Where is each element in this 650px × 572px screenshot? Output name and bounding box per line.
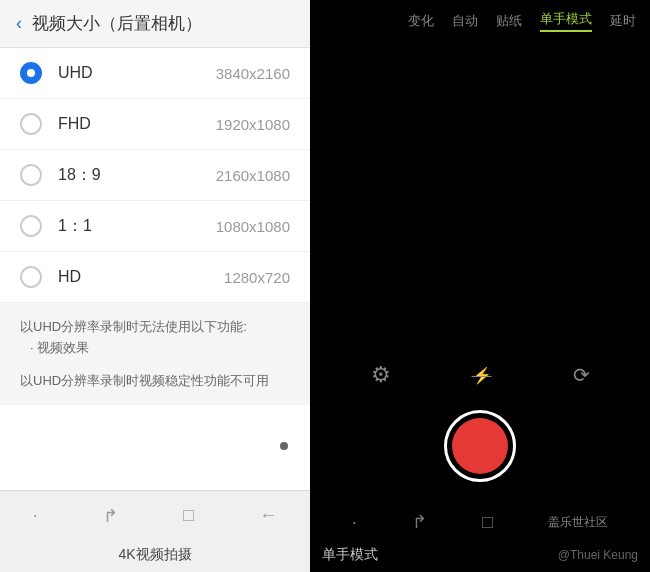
option-fhd-label: FHD: [58, 115, 216, 133]
notice-text-2: 以UHD分辨率录制时视频稳定性功能不可用: [20, 371, 290, 392]
radio-uhd[interactable]: [20, 62, 42, 84]
brand-watermark: 盖乐世社区: [548, 514, 608, 531]
option-18-9-label: 18：9: [58, 165, 216, 186]
right-nav-home-icon[interactable]: □: [482, 512, 493, 533]
camera-controls: ⚙ ⚡ ⟳: [310, 350, 650, 400]
camera-viewfinder: [310, 40, 650, 350]
left-caption: 4K视频拍摄: [0, 540, 310, 572]
tab-change[interactable]: 变化: [408, 12, 434, 30]
shutter-area: [310, 400, 650, 498]
notice-text-indent: · 视频效果: [30, 338, 290, 359]
radio-fhd[interactable]: [20, 113, 42, 135]
back-button[interactable]: ‹: [16, 13, 22, 34]
shutter-button[interactable]: [452, 418, 508, 474]
left-nav-bar: · ↱ □ ←: [0, 490, 310, 540]
right-caption: 单手模式 @Thuei Keung: [310, 542, 650, 572]
right-nav-dot-icon[interactable]: ·: [352, 512, 357, 533]
option-18-9[interactable]: 18：9 2160x1080: [0, 150, 310, 201]
shutter-dot-left: [280, 442, 288, 450]
option-fhd-resolution: 1920x1080: [216, 116, 290, 133]
shutter-ring: [444, 410, 516, 482]
right-caption-watermark: @Thuei Keung: [558, 548, 638, 562]
left-header: ‹ 视频大小（后置相机）: [0, 0, 310, 48]
radio-18-9[interactable]: [20, 164, 42, 186]
nav-home-icon[interactable]: □: [183, 505, 194, 526]
nav-recent-icon[interactable]: ↱: [103, 505, 118, 527]
option-hd-label: HD: [58, 268, 224, 286]
right-nav-bar: · ↱ □ 盖乐世社区: [310, 498, 650, 542]
settings-icon[interactable]: ⚙: [371, 362, 391, 388]
flash-off-icon[interactable]: ⚡: [472, 366, 492, 385]
left-panel: ‹ 视频大小（后置相机） UHD 3840x2160 FHD 1920x1080…: [0, 0, 310, 572]
option-fhd[interactable]: FHD 1920x1080: [0, 99, 310, 150]
camera-flip-icon[interactable]: ⟳: [573, 363, 590, 387]
right-nav-recent-icon[interactable]: ↱: [412, 511, 427, 533]
right-caption-main: 单手模式: [322, 546, 378, 564]
tab-auto[interactable]: 自动: [452, 12, 478, 30]
video-size-options: UHD 3840x2160 FHD 1920x1080 18：9 2160x10…: [0, 48, 310, 490]
radio-hd[interactable]: [20, 266, 42, 288]
right-panel: 变化 自动 贴纸 单手模式 延时 ⚙ ⚡ ⟳ · ↱ □ 盖乐世社区: [310, 0, 650, 572]
option-1-1-label: 1：1: [58, 216, 216, 237]
notice-section: 以UHD分辨率录制时无法使用以下功能: · 视频效果 以UHD分辨率录制时视频稳…: [0, 303, 310, 405]
tab-timelapse[interactable]: 延时: [610, 12, 636, 30]
tab-sticker[interactable]: 贴纸: [496, 12, 522, 30]
option-hd[interactable]: HD 1280x720: [0, 252, 310, 303]
tab-single-hand[interactable]: 单手模式: [540, 10, 592, 32]
option-uhd[interactable]: UHD 3840x2160: [0, 48, 310, 99]
notice-text-1: 以UHD分辨率录制时无法使用以下功能:: [20, 317, 290, 338]
right-top-tabs: 变化 自动 贴纸 单手模式 延时: [310, 0, 650, 40]
left-panel-title: 视频大小（后置相机）: [32, 12, 202, 35]
nav-back-icon[interactable]: ←: [259, 505, 277, 526]
main-container: ‹ 视频大小（后置相机） UHD 3840x2160 FHD 1920x1080…: [0, 0, 650, 572]
option-18-9-resolution: 2160x1080: [216, 167, 290, 184]
option-uhd-label: UHD: [58, 64, 216, 82]
radio-1-1[interactable]: [20, 215, 42, 237]
option-hd-resolution: 1280x720: [224, 269, 290, 286]
option-uhd-resolution: 3840x2160: [216, 65, 290, 82]
option-1-1[interactable]: 1：1 1080x1080: [0, 201, 310, 252]
option-1-1-resolution: 1080x1080: [216, 218, 290, 235]
nav-dot-icon[interactable]: ·: [33, 505, 38, 526]
